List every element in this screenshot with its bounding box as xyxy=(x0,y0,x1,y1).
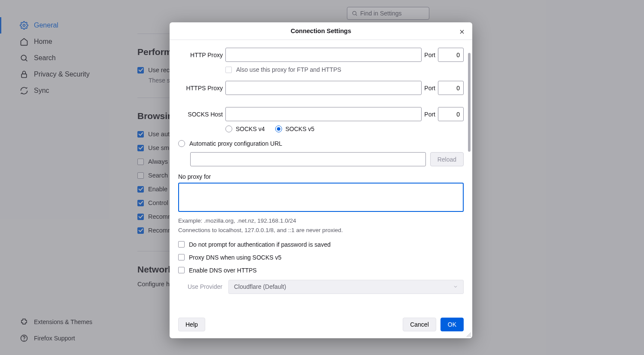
also-use-label: Also use this proxy for FTP and HTTPS xyxy=(236,66,341,73)
auth-checkbox-row[interactable]: Do not prompt for authentication if pass… xyxy=(178,241,464,248)
http-port-input[interactable] xyxy=(438,48,464,62)
socks-v4-radio[interactable]: SOCKS v4 xyxy=(225,125,265,132)
never-proxied-text: Connections to localhost, 127.0.0.1/8, a… xyxy=(178,226,464,235)
close-button[interactable] xyxy=(457,27,467,37)
https-proxy-input[interactable] xyxy=(225,81,422,95)
http-proxy-input[interactable] xyxy=(225,48,422,62)
socks-port-input[interactable] xyxy=(438,107,464,121)
port-label: Port xyxy=(424,85,435,92)
http-proxy-label: HTTP Proxy xyxy=(178,52,223,58)
no-proxy-label: No proxy for xyxy=(178,173,464,180)
http-proxy-row: HTTP Proxy Port xyxy=(178,48,464,62)
chevron-down-icon xyxy=(453,284,458,289)
socks-version-row: SOCKS v4 SOCKS v5 xyxy=(225,125,464,132)
connection-settings-dialog: Connection Settings HTTP Proxy Port Also… xyxy=(170,22,472,338)
radio-icon xyxy=(225,125,232,132)
socks-v5-radio[interactable]: SOCKS v5 xyxy=(275,125,315,132)
close-icon xyxy=(459,29,465,35)
socks-host-input[interactable] xyxy=(225,107,422,121)
ok-button[interactable]: OK xyxy=(440,318,464,331)
scrollbar[interactable] xyxy=(468,53,471,295)
https-proxy-label: HTTPS Proxy xyxy=(178,85,223,92)
socks-host-row: SOCKS Host Port xyxy=(178,107,464,121)
radio-icon xyxy=(275,125,282,132)
checkbox-icon xyxy=(178,241,185,248)
use-provider-label: Use Provider xyxy=(188,283,222,290)
provider-select[interactable]: Cloudflare (Default) xyxy=(228,280,464,294)
cancel-button[interactable]: Cancel xyxy=(403,318,436,331)
dialog-body: HTTP Proxy Port Also use this proxy for … xyxy=(170,40,472,312)
https-port-input[interactable] xyxy=(438,81,464,95)
enable-dns-https-row[interactable]: Enable DNS over HTTPS xyxy=(178,267,464,274)
port-label: Port xyxy=(424,52,435,58)
https-proxy-row: HTTPS Proxy Port xyxy=(178,81,464,95)
reload-button[interactable]: Reload xyxy=(430,152,464,166)
resize-handle[interactable] xyxy=(465,331,471,337)
also-use-proxy-row[interactable]: Also use this proxy for FTP and HTTPS xyxy=(225,66,464,73)
example-text: Example: .mozilla.org, .net.nz, 192.168.… xyxy=(178,217,464,225)
socks-host-label: SOCKS Host xyxy=(178,111,223,118)
proxy-dns-socks-row[interactable]: Proxy DNS when using SOCKS v5 xyxy=(178,254,464,261)
provider-row: Use Provider Cloudflare (Default) xyxy=(178,280,464,294)
pac-url-input[interactable] xyxy=(190,152,426,166)
dialog-header: Connection Settings xyxy=(170,22,472,40)
checkbox-icon xyxy=(225,67,232,73)
dialog-footer: Help Cancel OK xyxy=(170,312,472,338)
dialog-title: Connection Settings xyxy=(291,28,351,34)
radio-icon xyxy=(178,140,185,147)
port-label: Port xyxy=(424,111,435,118)
pac-radio[interactable]: Automatic proxy configuration URL xyxy=(178,140,464,147)
pac-row: Reload xyxy=(190,152,464,166)
checkbox-icon xyxy=(178,254,185,260)
help-button[interactable]: Help xyxy=(178,318,205,331)
no-proxy-textarea[interactable] xyxy=(178,183,464,212)
checkbox-icon xyxy=(178,267,185,273)
